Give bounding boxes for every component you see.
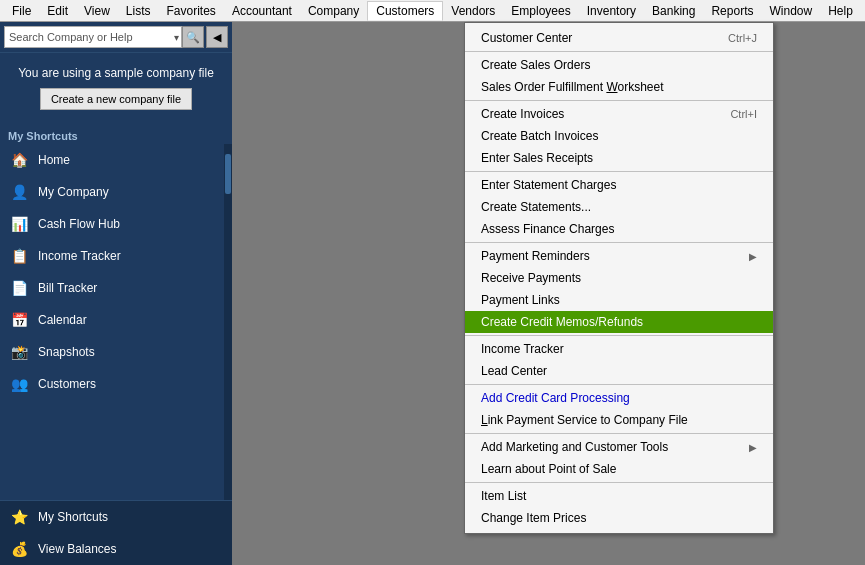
search-box: Search Company or Help ▾ [4,26,182,48]
dropdown-create-credit-memos[interactable]: Create Credit Memos/Refunds [465,311,773,333]
menu-vendors[interactable]: Vendors [443,2,503,20]
sidebar-item-income-tracker-label: Income Tracker [38,249,121,263]
menu-help[interactable]: Help [820,2,861,20]
sidebar-item-my-company-label: My Company [38,185,109,199]
dropdown-create-invoices-label: Create Invoices [481,107,564,121]
create-company-button[interactable]: Create a new company file [40,88,192,110]
menu-banking[interactable]: Banking [644,2,703,20]
dropdown-customer-center-shortcut: Ctrl+J [728,32,757,44]
sidebar-item-bill-tracker[interactable]: 📄 Bill Tracker [0,272,232,304]
my-company-icon: 👤 [8,181,30,203]
menu-bar: File Edit View Lists Favorites Accountan… [0,0,865,22]
dropdown-create-batch-invoices[interactable]: Create Batch Invoices [465,125,773,147]
separator-5 [465,335,773,336]
dropdown-link-payment-service-label: Link Payment Service to Company File [481,413,688,427]
sidebar-item-cash-flow-hub-label: Cash Flow Hub [38,217,120,231]
dropdown-receive-payments-label: Receive Payments [481,271,581,285]
dropdown-add-marketing-label: Add Marketing and Customer Tools [481,440,668,454]
dropdown-add-credit-card-label: Add Credit Card Processing [481,391,630,405]
menu-lists[interactable]: Lists [118,2,159,20]
sidebar-footer-view-balances[interactable]: 💰 View Balances [0,533,232,565]
sidebar-item-customers[interactable]: 👥 Customers [0,368,232,400]
sidebar-scrollbar[interactable] [224,144,232,500]
sidebar-item-calendar-label: Calendar [38,313,87,327]
separator-4 [465,242,773,243]
dropdown-item-list-label: Item List [481,489,526,503]
sidebar: Search Company or Help ▾ 🔍 ◀ You are usi… [0,22,232,565]
dropdown-create-credit-memos-label: Create Credit Memos/Refunds [481,315,643,329]
sidebar-item-calendar[interactable]: 📅 Calendar [0,304,232,336]
company-info-text: You are using a sample company file [8,65,224,82]
sidebar-footer-shortcuts-label: My Shortcuts [38,510,108,524]
search-label: Search Company or Help [5,31,172,43]
main-container: Search Company or Help ▾ 🔍 ◀ You are usi… [0,22,865,565]
menu-file[interactable]: File [4,2,39,20]
sidebar-collapse-button[interactable]: ◀ [206,26,228,48]
dropdown-enter-statement-charges[interactable]: Enter Statement Charges [465,174,773,196]
dropdown-link-payment-service[interactable]: Link Payment Service to Company File [465,409,773,431]
menu-accountant[interactable]: Accountant [224,2,300,20]
sidebar-item-cash-flow-hub[interactable]: 📊 Cash Flow Hub [0,208,232,240]
customers-dropdown-menu: Customer Center Ctrl+J Create Sales Orde… [464,22,774,534]
separator-3 [465,171,773,172]
content-area: Customer Center Ctrl+J Create Sales Orde… [232,22,865,565]
dropdown-receive-payments[interactable]: Receive Payments [465,267,773,289]
scrollbar-thumb [225,154,231,194]
dropdown-lead-center[interactable]: Lead Center [465,360,773,382]
sidebar-search-area: Search Company or Help ▾ 🔍 ◀ [0,22,232,53]
menu-favorites[interactable]: Favorites [159,2,224,20]
sidebar-item-home[interactable]: 🏠 Home [0,144,232,176]
separator-8 [465,482,773,483]
menu-company[interactable]: Company [300,2,367,20]
menu-view[interactable]: View [76,2,118,20]
dropdown-change-item-prices-label: Change Item Prices [481,511,586,525]
dropdown-change-item-prices[interactable]: Change Item Prices [465,507,773,529]
cash-flow-hub-icon: 📊 [8,213,30,235]
dropdown-create-invoices[interactable]: Create Invoices Ctrl+I [465,103,773,125]
home-icon: 🏠 [8,149,30,171]
shortcuts-section-title: My Shortcuts [0,124,232,144]
separator-1 [465,51,773,52]
dropdown-income-tracker[interactable]: Income Tracker [465,338,773,360]
dropdown-customer-center-label: Customer Center [481,31,572,45]
dropdown-create-sales-orders[interactable]: Create Sales Orders [465,54,773,76]
dropdown-payment-links[interactable]: Payment Links [465,289,773,311]
separator-7 [465,433,773,434]
customers-icon: 👥 [8,373,30,395]
dropdown-create-statements-label: Create Statements... [481,200,591,214]
sidebar-item-income-tracker[interactable]: 📋 Income Tracker [0,240,232,272]
dropdown-payment-reminders[interactable]: Payment Reminders ▶ [465,245,773,267]
calendar-icon: 📅 [8,309,30,331]
sidebar-item-snapshots[interactable]: 📸 Snapshots [0,336,232,368]
menu-reports[interactable]: Reports [703,2,761,20]
sidebar-item-bill-tracker-label: Bill Tracker [38,281,97,295]
dropdown-item-list[interactable]: Item List [465,485,773,507]
view-balances-icon: 💰 [8,538,30,560]
dropdown-add-credit-card[interactable]: Add Credit Card Processing [465,387,773,409]
dropdown-learn-point-of-sale-label: Learn about Point of Sale [481,462,616,476]
company-info: You are using a sample company file Crea… [0,53,232,124]
menu-window[interactable]: Window [761,2,820,20]
menu-employees[interactable]: Employees [503,2,578,20]
dropdown-enter-sales-receipts[interactable]: Enter Sales Receipts [465,147,773,169]
snapshots-icon: 📸 [8,341,30,363]
menu-inventory[interactable]: Inventory [579,2,644,20]
dropdown-customer-center[interactable]: Customer Center Ctrl+J [465,27,773,49]
dropdown-sales-order-fulfillment[interactable]: Sales Order Fulfillment Worksheet [465,76,773,98]
income-tracker-icon: 📋 [8,245,30,267]
payment-reminders-arrow: ▶ [749,251,757,262]
search-dropdown-arrow[interactable]: ▾ [172,32,181,43]
dropdown-income-tracker-label: Income Tracker [481,342,564,356]
dropdown-assess-finance-charges[interactable]: Assess Finance Charges [465,218,773,240]
sidebar-footer-my-shortcuts[interactable]: ⭐ My Shortcuts [0,501,232,533]
dropdown-add-marketing[interactable]: Add Marketing and Customer Tools ▶ [465,436,773,458]
menu-customers[interactable]: Customers [367,1,443,21]
dropdown-create-statements[interactable]: Create Statements... [465,196,773,218]
bill-tracker-icon: 📄 [8,277,30,299]
dropdown-learn-point-of-sale[interactable]: Learn about Point of Sale [465,458,773,480]
menu-edit[interactable]: Edit [39,2,76,20]
sidebar-nav: 🏠 Home 👤 My Company 📊 Cash Flow Hub 📋 In… [0,144,232,500]
search-button[interactable]: 🔍 [182,26,204,48]
sidebar-item-my-company[interactable]: 👤 My Company [0,176,232,208]
dropdown-create-invoices-shortcut: Ctrl+I [730,108,757,120]
